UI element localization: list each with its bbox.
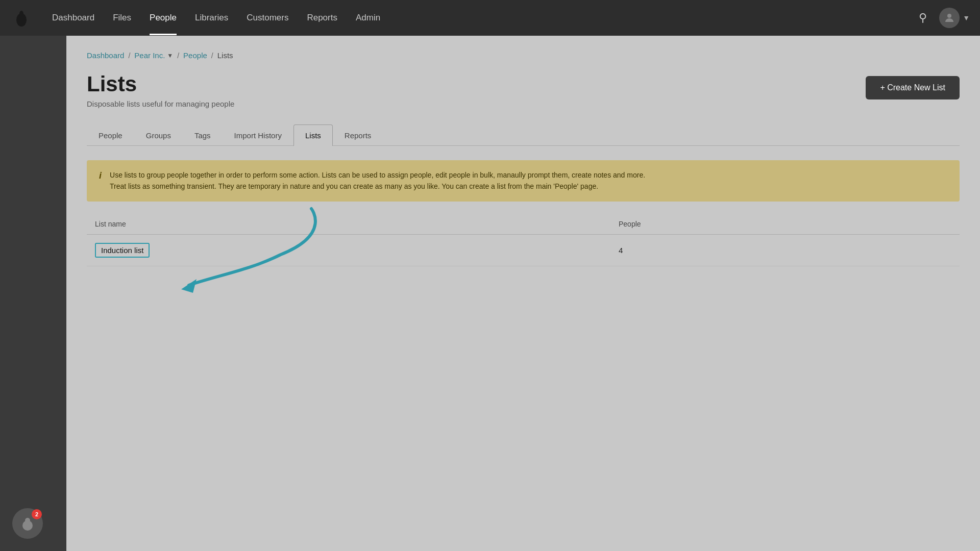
create-new-list-button[interactable]: + Create New List [866, 76, 960, 99]
navbar: Dashboard Files People Libraries Custome… [0, 0, 980, 36]
nav-customers[interactable]: Customers [237, 9, 298, 27]
table-row: Induction list 4 [87, 234, 960, 266]
svg-point-2 [947, 14, 951, 18]
nav-files[interactable]: Files [104, 9, 140, 27]
breadcrumb-people[interactable]: People [183, 51, 207, 60]
breadcrumb-company[interactable]: Pear Inc. ▼ [134, 51, 173, 60]
col-list-name: List name [87, 214, 610, 235]
breadcrumb-sep-3: / [211, 52, 213, 60]
tab-import-history[interactable]: Import History [223, 124, 293, 146]
nav-reports[interactable]: Reports [298, 9, 347, 27]
nav-libraries[interactable]: Libraries [186, 9, 237, 27]
breadcrumb-current: Lists [217, 51, 233, 60]
main-content: Dashboard / Pear Inc. ▼ / People / Lists… [66, 36, 980, 551]
breadcrumb-sep-1: / [128, 52, 130, 60]
page-title-block: Lists Disposable lists useful for managi… [87, 72, 234, 108]
tab-groups[interactable]: Groups [134, 124, 183, 146]
breadcrumb: Dashboard / Pear Inc. ▼ / People / Lists [87, 51, 960, 60]
app-logo[interactable] [10, 7, 33, 29]
nav-people[interactable]: People [140, 9, 186, 27]
page-subtitle: Disposable lists useful for managing peo… [87, 99, 234, 108]
nav-dashboard[interactable]: Dashboard [43, 9, 104, 27]
chevron-down-icon: ▼ [963, 14, 970, 22]
lists-table: List name People Induction list 4 [87, 214, 960, 266]
notification-badge: 2 [32, 509, 42, 519]
tab-lists[interactable]: Lists [293, 124, 333, 146]
navbar-right: ⚲ ▼ [915, 7, 970, 29]
page-title: Lists [87, 72, 234, 96]
svg-point-1 [19, 11, 23, 17]
chevron-down-icon: ▼ [167, 52, 173, 59]
user-avatar-btn[interactable]: ▼ [939, 8, 970, 28]
breadcrumb-dashboard[interactable]: Dashboard [87, 51, 124, 60]
people-count-cell: 4 [610, 234, 960, 266]
nav-admin[interactable]: Admin [347, 9, 389, 27]
avatar [939, 8, 960, 28]
list-name-cell: Induction list [87, 234, 610, 266]
info-banner: i Use lists to group people together in … [87, 160, 960, 202]
tab-reports[interactable]: Reports [333, 124, 383, 146]
svg-marker-3 [181, 279, 197, 293]
breadcrumb-sep-2: / [177, 52, 179, 60]
col-people-count: People [610, 214, 960, 235]
info-icon: i [99, 170, 102, 181]
info-text: Use lists to group people together in or… [110, 169, 645, 192]
svg-point-5 [25, 518, 30, 523]
induction-list-link[interactable]: Induction list [95, 243, 150, 258]
tab-tags[interactable]: Tags [183, 124, 223, 146]
tab-people[interactable]: People [87, 124, 134, 146]
nav-links: Dashboard Files People Libraries Custome… [43, 9, 915, 27]
page-header: Lists Disposable lists useful for managi… [87, 72, 960, 108]
lists-table-container: List name People Induction list 4 [87, 214, 960, 266]
bottom-left-icon-btn[interactable]: 2 [12, 508, 43, 539]
sidebar [0, 36, 66, 551]
tabs-bar: People Groups Tags Import History Lists … [87, 124, 960, 146]
search-icon[interactable]: ⚲ [915, 7, 931, 29]
